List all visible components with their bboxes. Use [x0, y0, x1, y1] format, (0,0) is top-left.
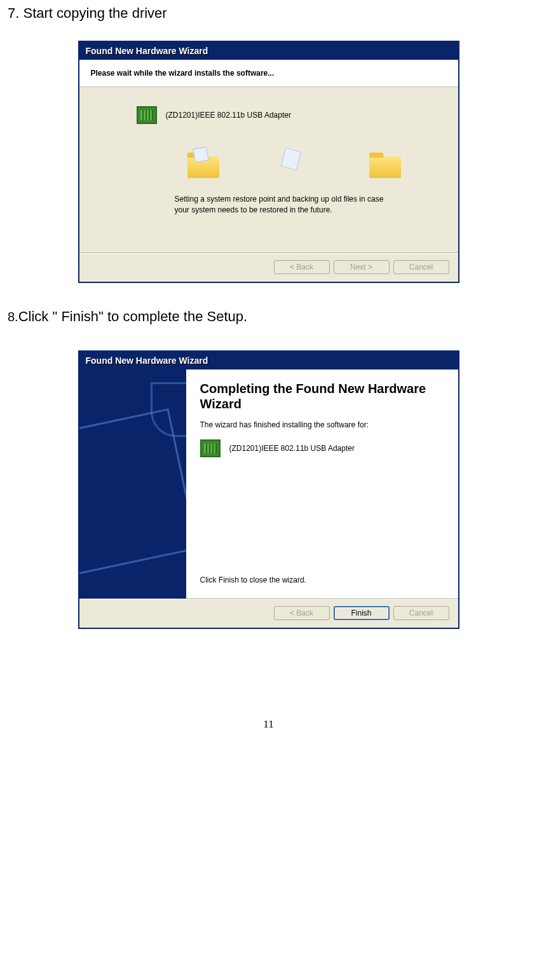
dialog-2-wrapper: Found New Hardware Wizard Completing the… [0, 350, 537, 629]
dialog-1: Found New Hardware Wizard Please wait wh… [78, 41, 459, 283]
chip-icon [137, 106, 157, 124]
dialog-2-body: Completing the Found New Hardware Wizard… [79, 369, 458, 598]
dialog-2-heading: Completing the Found New Hardware Wizard [200, 381, 447, 411]
cancel-button: Cancel [393, 260, 449, 274]
dialog-2-main: Completing the Found New Hardware Wizard… [186, 369, 458, 598]
page-number: 11 [0, 718, 537, 750]
folder-dest-icon [369, 153, 401, 178]
close-text: Click Finish to close the wizard. [200, 576, 447, 584]
cancel-button: Cancel [393, 606, 449, 620]
dialog-2-sub: The wizard has finished installing the s… [200, 420, 447, 429]
back-button: < Back [274, 260, 330, 274]
next-button: Next > [334, 260, 390, 274]
dialog-1-titlebar: Found New Hardware Wizard [79, 42, 458, 60]
wizard-side-graphic [79, 369, 186, 598]
step-8-text: 8.Click " Finish" to complete the Setup. [8, 308, 537, 325]
back-button: < Back [274, 606, 330, 620]
chip-icon [200, 439, 221, 457]
dialog-1-body: (ZD1201)IEEE 802.11b USB Adapter Setting… [79, 87, 458, 252]
folder-row [99, 149, 439, 194]
device-name-2: (ZD1201)IEEE 802.11b USB Adapter [229, 444, 355, 453]
step-7-text: 7. Start copying the driver [8, 5, 537, 22]
device-row: (ZD1201)IEEE 802.11b USB Adapter [137, 106, 439, 124]
status-text: Setting a system restore point and backi… [175, 194, 391, 216]
device-name: (ZD1201)IEEE 802.11b USB Adapter [166, 111, 291, 120]
page-flying-icon [280, 148, 301, 170]
dialog-1-header: Please wait while the wizard installs th… [79, 60, 458, 87]
dialog-2-buttons: < Back Finish Cancel [79, 598, 458, 628]
folder-source-icon [187, 153, 219, 178]
finish-button[interactable]: Finish [334, 606, 390, 620]
dialog-1-wrapper: Found New Hardware Wizard Please wait wh… [0, 41, 537, 283]
device-row-2: (ZD1201)IEEE 802.11b USB Adapter [200, 439, 447, 457]
dialog-2: Found New Hardware Wizard Completing the… [78, 350, 459, 629]
dialog-1-buttons: < Back Next > Cancel [79, 252, 458, 282]
step-8-body: Click " Finish" to complete the Setup. [18, 308, 247, 324]
step-8-num: 8. [8, 310, 18, 324]
dialog-2-titlebar: Found New Hardware Wizard [79, 352, 458, 369]
